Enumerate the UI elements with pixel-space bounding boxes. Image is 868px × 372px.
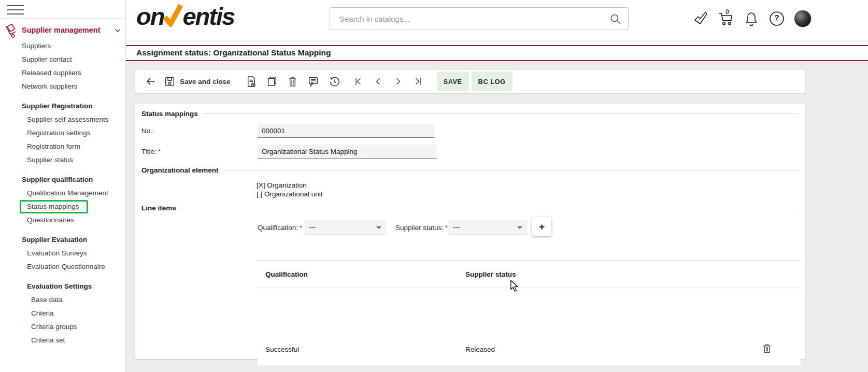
line-items-table: Qualification Supplier status Successful… — [258, 260, 801, 351]
bc-log-button[interactable]: BC LOG — [472, 71, 513, 91]
title-divider-line — [126, 60, 868, 61]
record-navigation — [349, 70, 428, 93]
catalog-search — [330, 7, 629, 30]
hamburger-menu-icon[interactable] — [7, 5, 24, 16]
no-field-label: No.: — [141, 127, 154, 135]
sidebar-item-qualification-management[interactable]: Qualification Management — [0, 187, 125, 200]
sidebar-item-status-mappings[interactable]: Status mappings — [0, 200, 125, 213]
header-icon-bar: 0 ? — [692, 9, 812, 28]
sidebar-item-criteria-set[interactable]: Criteria set — [0, 334, 125, 347]
sidebar: Supplier management Suppliers Supplier c… — [0, 0, 126, 372]
qualification-dropdown-label: Qualification:* — [258, 224, 302, 232]
save-icon — [164, 76, 175, 87]
header-divider-line — [126, 45, 868, 46]
copy-button[interactable] — [262, 70, 282, 93]
no-field-input[interactable] — [258, 124, 434, 138]
last-record-icon — [412, 76, 423, 87]
add-line-item-button[interactable]: + — [532, 217, 551, 236]
delete-button[interactable] — [282, 70, 303, 93]
logo-text-entis: entis — [182, 3, 234, 30]
comment-icon — [308, 76, 319, 87]
previous-record-icon — [373, 76, 383, 87]
qualification-dropdown[interactable]: --- — [304, 220, 386, 235]
title-field-input[interactable] — [258, 145, 437, 159]
sidebar-divider — [0, 18, 125, 19]
cell-supplier-status: Released — [465, 346, 495, 353]
sidebar-item-criteria[interactable]: Criteria — [0, 307, 125, 320]
sidebar-item-questionnaires[interactable]: Questionnaires — [0, 213, 125, 227]
supplier-status-required-mark: * — [445, 224, 448, 232]
sidebar-root-supplier-management[interactable]: Supplier management — [0, 24, 125, 38]
new-document-icon — [245, 76, 257, 88]
application-window: Supplier management Suppliers Supplier c… — [0, 0, 868, 372]
sidebar-group-registration: Supplier Registration Supplier self-asse… — [0, 99, 125, 167]
user-avatar[interactable] — [794, 10, 812, 27]
trash-icon — [287, 76, 298, 87]
back-arrow-icon — [145, 75, 157, 88]
sidebar-item-network-suppliers[interactable]: Network suppliers — [0, 80, 125, 93]
notifications-button[interactable] — [743, 9, 760, 28]
cart-button[interactable]: 0 — [718, 9, 734, 28]
status-mapping-form: Status mappings No.: Title:* Organizatio… — [135, 104, 805, 359]
section-organizational-element-label: Organizational element — [141, 166, 219, 174]
sidebar-item-supplier-contact[interactable]: Supplier contact — [0, 53, 125, 66]
history-button[interactable] — [324, 70, 345, 93]
sidebar-item-supplier-status[interactable]: Supplier status — [0, 153, 125, 167]
comment-button[interactable] — [303, 70, 324, 93]
sidebar-item-evaluation-questionnaire[interactable]: Evaluation Questionnaire — [0, 260, 125, 274]
section-line-items-label: Line items — [141, 204, 176, 212]
checkmark-icon — [693, 11, 708, 26]
table-header-row: Qualification Supplier status — [258, 261, 801, 288]
sidebar-group-evaluation: Supplier Evaluation Evaluation Surveys E… — [0, 233, 125, 274]
previous-record-button[interactable] — [368, 70, 388, 93]
title-required-mark: * — [158, 148, 161, 155]
sidebar-item-registration-form[interactable]: Registration form — [0, 140, 125, 153]
first-record-button[interactable] — [349, 70, 368, 93]
delete-row-button[interactable] — [762, 343, 772, 355]
sidebar-group-evaluation-settings: Evaluation Settings Base data Criteria C… — [0, 280, 125, 347]
copy-icon — [266, 76, 278, 87]
sidebar-header-supplier-registration: Supplier Registration — [0, 99, 125, 113]
save-button[interactable]: SAVE — [437, 71, 469, 91]
qualification-dropdown-value: --- — [309, 223, 316, 231]
sidebar-item-supplier-self-assessments[interactable]: Supplier self-assessments — [0, 113, 125, 126]
help-button[interactable]: ? — [769, 9, 785, 28]
bell-icon — [744, 11, 759, 26]
logo-check-icon — [162, 3, 184, 27]
save-and-close-button[interactable]: Save and close — [164, 76, 231, 87]
table-row[interactable]: Successful Released — [258, 333, 801, 365]
sidebar-item-base-data[interactable]: Base data — [0, 293, 125, 307]
sidebar-root-label: Supplier management — [22, 26, 100, 34]
help-question-glyph: ? — [769, 13, 785, 22]
search-icon[interactable] — [609, 13, 622, 25]
sidebar-item-criteria-groups[interactable]: Criteria groups — [0, 320, 125, 334]
org-element-organizational-unit: [ ] Organizational unit — [257, 190, 323, 198]
first-record-icon — [353, 76, 364, 87]
supplier-status-dropdown[interactable]: --- — [448, 220, 527, 235]
sidebar-item-evaluation-surveys[interactable]: Evaluation Surveys — [0, 247, 125, 260]
search-input[interactable] — [330, 8, 628, 30]
save-and-close-label: Save and close — [180, 78, 231, 85]
approvals-button[interactable] — [692, 9, 709, 28]
history-clock-icon — [329, 76, 340, 87]
table-header-supplier-status: Supplier status — [465, 270, 516, 278]
section-status-mappings: Status mappings — [141, 110, 800, 118]
status-mappings-highlight-box: Status mappings — [20, 200, 88, 213]
section-line-items: Line items — [141, 204, 800, 212]
qualification-required-mark: * — [300, 224, 302, 232]
sidebar-item-released-suppliers[interactable]: Released suppliers — [0, 66, 125, 80]
new-document-button[interactable] — [241, 70, 262, 93]
content-area: Save and close — [126, 61, 868, 372]
next-record-button[interactable] — [388, 70, 408, 93]
trash-icon — [762, 343, 772, 354]
cart-badge: 0 — [725, 8, 729, 16]
logo-text-on: on — [136, 3, 164, 30]
onventis-logo[interactable]: onentis — [136, 2, 234, 31]
sidebar-item-registration-settings[interactable]: Registration settings — [0, 126, 125, 140]
table-header-qualification: Qualification — [258, 270, 465, 278]
back-button[interactable] — [140, 70, 161, 93]
sidebar-item-suppliers[interactable]: Suppliers — [0, 39, 125, 53]
last-record-button[interactable] — [408, 70, 428, 93]
sidebar-header-supplier-qualification: Supplier qualification — [0, 173, 125, 187]
chevron-down-icon[interactable] — [114, 27, 121, 34]
